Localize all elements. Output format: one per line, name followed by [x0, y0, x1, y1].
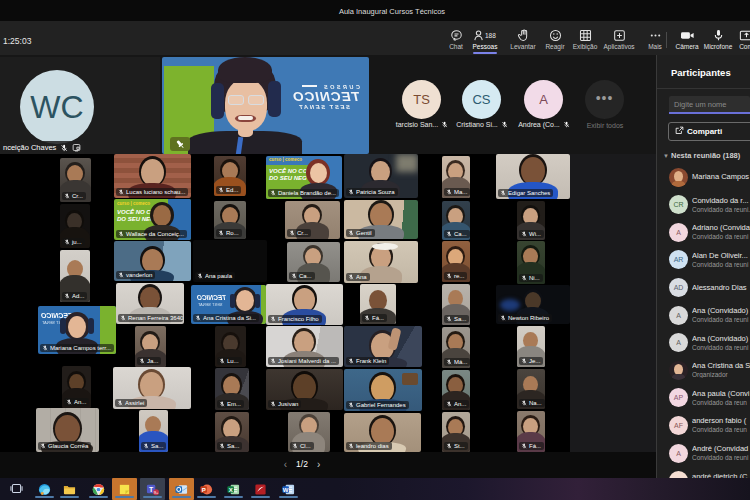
svg-text:188: 188 [485, 32, 496, 39]
svg-text:P: P [202, 487, 206, 493]
svg-text:X: X [229, 487, 233, 493]
svg-text:W: W [283, 487, 289, 493]
svg-text:9+: 9+ [154, 490, 159, 495]
